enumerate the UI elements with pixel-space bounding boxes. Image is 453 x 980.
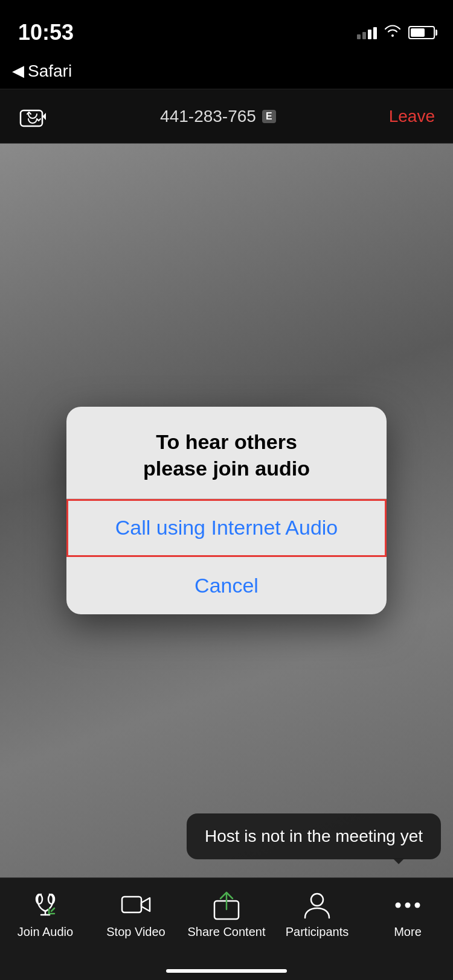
participants-icon: [299, 890, 335, 920]
back-arrow-icon: ◀: [12, 62, 24, 80]
wifi-icon: [384, 24, 401, 41]
share-content-icon: [208, 890, 245, 920]
meeting-id: 441-283-765 E: [47, 107, 389, 126]
safari-bar: ◀ Safari: [0, 53, 453, 89]
cancel-button[interactable]: Cancel: [66, 557, 387, 614]
meeting-id-text: 441-283-765: [160, 107, 256, 126]
stop-video-toolbar-item[interactable]: Stop Video: [91, 888, 181, 939]
safari-back-button[interactable]: ◀ Safari: [12, 62, 72, 81]
status-time: 10:53: [18, 20, 74, 45]
dialog-title: To hear others please join audio: [66, 407, 387, 499]
home-indicator: [166, 969, 287, 973]
stop-video-label: Stop Video: [106, 925, 165, 939]
toast-message: Host is not in the meeting yet: [205, 827, 423, 845]
safari-back-label: Safari: [28, 62, 72, 81]
svg-rect-4: [122, 897, 141, 912]
participants-toolbar-item[interactable]: Participants: [272, 888, 362, 939]
svg-point-7: [396, 903, 401, 908]
share-content-label: Share Content: [188, 925, 266, 939]
svg-point-9: [415, 903, 420, 908]
participants-label: Participants: [286, 925, 349, 939]
svg-point-8: [405, 903, 411, 908]
join-audio-label: Join Audio: [18, 925, 73, 939]
camera-flip-icon[interactable]: [18, 104, 47, 129]
svg-point-6: [311, 894, 323, 906]
status-bar: 10:53: [0, 0, 453, 53]
meeting-header: 441-283-765 E Leave: [0, 89, 453, 144]
bottom-toolbar: Join Audio Stop Video Share Content: [0, 877, 453, 980]
call-internet-audio-button[interactable]: Call using Internet Audio: [66, 499, 387, 557]
stop-video-icon: [118, 890, 154, 920]
more-icon: [390, 890, 426, 920]
join-audio-toolbar-item[interactable]: Join Audio: [0, 888, 91, 939]
lock-badge: E: [262, 110, 276, 123]
dialog-overlay: To hear others please join audio Call us…: [0, 144, 453, 877]
leave-button[interactable]: Leave: [389, 107, 435, 126]
share-content-toolbar-item[interactable]: Share Content: [181, 888, 272, 939]
host-not-in-meeting-toast: Host is not in the meeting yet: [187, 813, 441, 859]
more-label: More: [394, 925, 422, 939]
audio-dialog: To hear others please join audio Call us…: [66, 407, 387, 614]
signal-icon: [357, 26, 377, 39]
status-icons: [357, 24, 435, 41]
join-audio-icon: [27, 890, 63, 920]
battery-icon: [408, 26, 435, 39]
more-toolbar-item[interactable]: More: [362, 888, 453, 939]
